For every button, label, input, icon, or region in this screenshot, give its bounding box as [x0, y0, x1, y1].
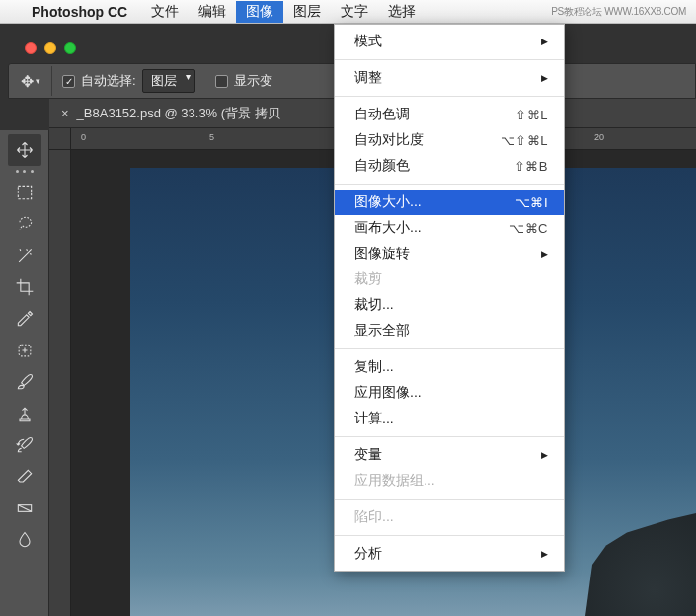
menu-item[interactable]: 图像大小...⌥⌘I [335, 190, 564, 215]
menu-item-label: 变量 [354, 446, 382, 464]
menu-item-label: 应用图像... [354, 384, 422, 402]
ruler-mark: 5 [209, 132, 214, 142]
ruler-mark: 0 [81, 132, 86, 142]
menu-item-shortcut: ⌥⇧⌘L [501, 133, 548, 148]
menu-item[interactable]: 画布大小...⌥⌘C [335, 215, 564, 241]
menu-item[interactable]: 应用图像... [335, 380, 564, 406]
healing-brush-tool[interactable] [8, 335, 41, 366]
menu-item-shortcut: ⇧⌘L [515, 108, 548, 122]
mac-menubar: Photoshop CC 文件 编辑 图像 图层 文字 选择 PS教程论坛 WW… [0, 0, 696, 24]
menu-item[interactable]: 分析 [335, 541, 564, 567]
close-window-button[interactable] [25, 42, 37, 54]
menu-item-label: 分析 [354, 545, 382, 563]
image-menu-dropdown: 模式调整自动色调⇧⌘L自动对比度⌥⇧⌘L自动颜色⇧⌘B图像大小...⌥⌘I画布大… [334, 24, 565, 572]
image-content [558, 488, 696, 616]
menu-separator [335, 499, 564, 500]
menu-item-label: 计算... [354, 410, 394, 427]
marquee-tool[interactable] [8, 177, 41, 208]
menu-item: 裁剪 [335, 267, 564, 292]
menu-separator [335, 96, 564, 97]
document-tab-title[interactable]: _B8A3152.psd @ 33.3% (背景 拷贝 [77, 105, 280, 122]
menu-item[interactable]: 裁切... [335, 292, 564, 318]
brush-tool[interactable] [8, 366, 41, 398]
menu-item[interactable]: 自动颜色⇧⌘B [335, 153, 564, 179]
history-brush-tool[interactable] [8, 429, 41, 461]
lasso-tool[interactable] [8, 208, 41, 240]
menu-item[interactable]: 显示全部 [335, 318, 564, 344]
show-transform-checkbox[interactable] [215, 75, 228, 88]
ruler-mark: 20 [594, 132, 604, 142]
eraser-tool[interactable] [8, 461, 41, 493]
menu-edit[interactable]: 编辑 [189, 1, 236, 23]
menu-item[interactable]: 自动色调⇧⌘L [335, 102, 564, 127]
tab-close-icon[interactable]: × [61, 106, 69, 120]
current-tool-indicator[interactable]: ✥▾ [9, 66, 52, 96]
menu-item[interactable]: 模式 [335, 29, 564, 54]
auto-select-label: 自动选择: [81, 72, 136, 90]
menu-item-label: 图像大小... [354, 193, 422, 211]
menu-item[interactable]: 变量 [335, 442, 564, 468]
crop-tool[interactable] [8, 271, 41, 303]
menu-item-label: 应用数据组... [354, 472, 435, 490]
menu-item-shortcut: ⌥⌘C [509, 221, 548, 236]
menu-type[interactable]: 文字 [331, 1, 378, 23]
menu-item: 应用数据组... [335, 468, 564, 494]
menu-item-label: 显示全部 [354, 322, 410, 340]
auto-select-checkbox[interactable]: ✓ [62, 75, 75, 88]
menu-separator [335, 59, 564, 60]
menu-item-label: 图像旋转 [354, 245, 410, 263]
eyedropper-tool[interactable] [8, 303, 41, 335]
menu-item[interactable]: 图像旋转 [335, 241, 564, 267]
menu-separator [335, 535, 564, 536]
menu-item-label: 画布大小... [354, 219, 422, 237]
menu-item-label: 裁切... [354, 296, 394, 314]
menu-item-label: 模式 [354, 33, 382, 50]
menu-item-label: 裁剪 [354, 270, 382, 288]
show-transform-group: 显示变 [205, 72, 282, 90]
auto-select-group: ✓ 自动选择: 图层 [52, 69, 205, 93]
zoom-window-button[interactable] [64, 42, 76, 54]
menu-item[interactable]: 计算... [335, 406, 564, 431]
tools-panel [0, 130, 49, 616]
menu-item-label: 自动颜色 [354, 157, 410, 175]
menu-layer[interactable]: 图层 [283, 1, 331, 23]
menu-separator [335, 184, 564, 185]
svg-rect-0 [18, 186, 31, 198]
menu-item[interactable]: 复制... [335, 354, 564, 380]
tools-divider [10, 166, 39, 177]
menu-item-shortcut: ⇧⌘B [514, 159, 548, 174]
blur-tool[interactable] [8, 524, 41, 556]
menu-item-label: 自动色调 [354, 106, 410, 123]
menu-image[interactable]: 图像 [236, 1, 283, 23]
menu-item[interactable]: 自动对比度⌥⇧⌘L [335, 127, 564, 153]
menu-item-label: 调整 [354, 69, 382, 87]
gradient-tool[interactable] [8, 493, 41, 524]
auto-select-dropdown[interactable]: 图层 [142, 69, 195, 93]
menu-item: 陷印... [335, 504, 564, 530]
menu-item-label: 复制... [354, 358, 394, 376]
minimize-window-button[interactable] [44, 42, 56, 54]
menu-separator [335, 348, 564, 349]
menu-separator [335, 436, 564, 437]
menu-item-label: 自动对比度 [354, 131, 424, 149]
menu-item-shortcut: ⌥⌘I [515, 195, 548, 210]
menu-select[interactable]: 选择 [378, 1, 425, 23]
menu-file[interactable]: 文件 [141, 1, 189, 23]
ruler-origin[interactable] [49, 128, 71, 150]
ruler-vertical[interactable] [49, 150, 71, 616]
show-transform-label: 显示变 [234, 72, 272, 90]
move-icon: ✥ [21, 72, 34, 91]
watermark-text: PS教程论坛 WWW.16XX8.COM [551, 5, 686, 19]
menu-item[interactable]: 调整 [335, 65, 564, 91]
clone-stamp-tool[interactable] [8, 398, 41, 429]
move-tool[interactable] [8, 134, 41, 166]
app-name[interactable]: Photoshop CC [24, 2, 135, 22]
menu-item-label: 陷印... [354, 508, 394, 526]
magic-wand-tool[interactable] [8, 240, 41, 271]
